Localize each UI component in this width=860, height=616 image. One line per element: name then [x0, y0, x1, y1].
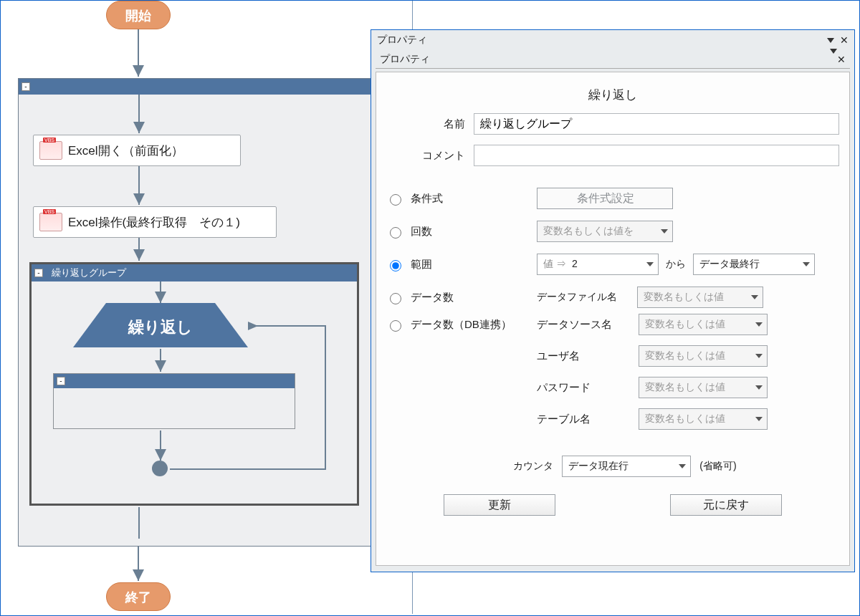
mode-datadb: データ数（DB連携） データソース名 変数名もしくは値 ユーザ名 変数名もしくは…: [386, 314, 839, 430]
chevron-down-icon: [751, 295, 758, 299]
radio-range[interactable]: 範囲: [386, 258, 530, 271]
name-input[interactable]: [474, 113, 839, 135]
start-label: 開始: [125, 9, 151, 23]
panel-outer-title: プロパティ: [377, 34, 427, 47]
dbtable-label: テーブル名: [537, 413, 630, 426]
dbuser-combo[interactable]: 変数名もしくは値: [639, 345, 768, 367]
flowchart-canvas[interactable]: 開始 終了 - Excel開く: [1, 1, 413, 614]
radio-count-label: 回数: [411, 225, 432, 239]
dbtable-combo[interactable]: 変数名もしくは値: [639, 408, 768, 430]
dbsource-combo[interactable]: 変数名もしくは値: [639, 314, 768, 335]
pin-icon[interactable]: [827, 38, 834, 43]
radio-condition-input[interactable]: [390, 194, 401, 206]
radio-range-label: 範囲: [411, 258, 432, 271]
loop-body-header[interactable]: -: [54, 374, 295, 388]
loop-shape-label: 繰り返し: [128, 318, 193, 336]
chevron-down-icon: [679, 464, 686, 468]
panel-outer-header[interactable]: プロパティ ✕: [371, 30, 854, 50]
radio-datadb-label: データ数（DB連携）: [411, 318, 512, 332]
range-from-prefix: 値 ⇒: [543, 258, 566, 271]
range-from-value: 2: [572, 258, 578, 271]
loop-group[interactable]: - 繰り返しグループ: [29, 262, 359, 506]
range-between: から: [666, 258, 686, 271]
start-node[interactable]: 開始: [106, 1, 171, 29]
chevron-down-icon: [646, 262, 654, 266]
panel-inner-title: プロパティ: [380, 53, 430, 66]
chevron-down-icon: [755, 322, 763, 327]
outer-group[interactable]: - Excel開く（前面化） Excel操作(最終: [18, 78, 383, 547]
counter-value: データ現在行: [568, 460, 629, 473]
radio-datadb[interactable]: データ数（DB連携）: [386, 314, 530, 332]
datafile-label: データファイル名: [537, 291, 630, 304]
radio-count-input[interactable]: [390, 227, 401, 239]
section-title: 繰り返し: [386, 80, 839, 113]
radio-condition-label: 条件式: [411, 192, 443, 206]
close-icon[interactable]: ✕: [840, 34, 849, 46]
radio-datacount-input[interactable]: [390, 293, 401, 304]
mode-range: 範囲 値 ⇒ 2 から データ最終行: [386, 248, 839, 281]
collapse-icon[interactable]: -: [34, 269, 43, 277]
radio-datacount[interactable]: データ数: [386, 291, 530, 304]
dbpass-combo[interactable]: 変数名もしくは値: [639, 377, 768, 398]
row-name: 名前: [386, 113, 839, 135]
radio-range-input[interactable]: [390, 260, 401, 271]
pin-icon[interactable]: [830, 49, 837, 65]
counter-combo[interactable]: データ現在行: [562, 456, 691, 477]
loop-shape[interactable]: 繰り返し: [73, 303, 248, 347]
comment-label: コメント: [386, 149, 465, 163]
chevron-down-icon: [661, 229, 668, 234]
name-label: 名前: [386, 117, 465, 131]
radio-condition[interactable]: 条件式: [386, 192, 530, 206]
chevron-down-icon: [803, 262, 810, 266]
collapse-icon[interactable]: -: [57, 377, 65, 385]
step-label: Excel操作(最終行取得 その１): [68, 214, 240, 231]
vbs-icon: [39, 141, 62, 160]
loop-body-box[interactable]: -: [53, 373, 295, 429]
panel-body: 繰り返し 名前 コメント 条件式 条件式設定: [376, 72, 850, 566]
loop-group-title: 繰り返しグループ: [52, 266, 126, 279]
panel-inner-header[interactable]: プロパティ ✕: [376, 50, 850, 69]
mode-condition: 条件式 条件式設定: [386, 182, 839, 215]
end-label: 終了: [125, 590, 151, 605]
step-label: Excel開く（前面化）: [68, 143, 183, 159]
row-comment: コメント: [386, 145, 839, 166]
step-excel-open[interactable]: Excel開く（前面化）: [33, 135, 241, 166]
chevron-down-icon: [755, 417, 763, 421]
close-icon[interactable]: ✕: [837, 54, 846, 65]
update-button[interactable]: 更新: [444, 494, 555, 516]
vbs-icon: [39, 213, 62, 231]
count-placeholder: 変数名もしくは値を: [543, 225, 634, 238]
counter-hint: (省略可): [699, 460, 736, 473]
range-to-combo[interactable]: データ最終行: [693, 254, 815, 275]
datafile-placeholder: 変数名もしくは値: [644, 291, 724, 304]
loop-group-header[interactable]: - 繰り返しグループ: [32, 264, 357, 281]
radio-count[interactable]: 回数: [386, 225, 530, 239]
dbuser-label: ユーザ名: [537, 350, 630, 363]
loop-endpoint: [152, 461, 168, 476]
counter-label: カウンタ: [489, 460, 553, 473]
range-to-value: データ最終行: [699, 258, 760, 271]
outer-group-header[interactable]: -: [19, 79, 383, 95]
collapse-icon[interactable]: -: [22, 82, 30, 91]
datafile-combo[interactable]: 変数名もしくは値: [637, 287, 763, 308]
chevron-down-icon: [755, 354, 763, 358]
dbpass-label: パスワード: [537, 381, 630, 395]
comment-input[interactable]: [474, 145, 839, 166]
step-excel-lastrow[interactable]: Excel操作(最終行取得 その１): [33, 206, 277, 238]
revert-button[interactable]: 元に戻す: [670, 494, 782, 516]
count-combo[interactable]: 変数名もしくは値を: [537, 221, 673, 242]
mode-datacount: データ数 データファイル名 変数名もしくは値: [386, 281, 839, 314]
dbsource-label: データソース名: [537, 318, 630, 332]
counter-row: カウンタ データ現在行 (省略可): [386, 456, 839, 477]
end-node[interactable]: 終了: [106, 582, 171, 611]
range-from-combo[interactable]: 値 ⇒ 2: [537, 254, 659, 275]
radio-datacount-label: データ数: [411, 291, 454, 304]
property-panel: プロパティ ✕ プロパティ ✕ 繰り返し 名前 コメント: [371, 29, 855, 572]
mode-count: 回数 変数名もしくは値を: [386, 215, 839, 248]
chevron-down-icon: [755, 385, 763, 390]
radio-datadb-input[interactable]: [390, 320, 401, 332]
condition-settings-button[interactable]: 条件式設定: [537, 188, 673, 209]
